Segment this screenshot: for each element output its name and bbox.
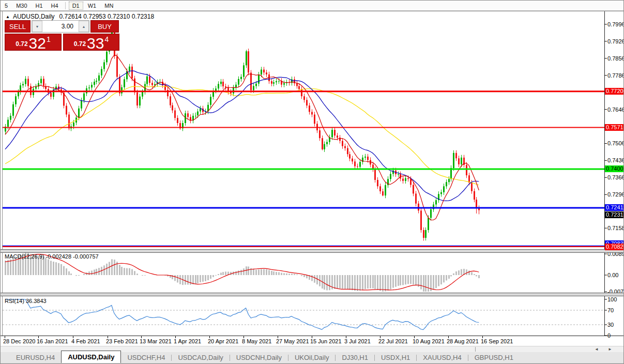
macd-label: MACD(12,26,9) -0.002428 -0.000757 [5,253,99,260]
sell-button[interactable]: SELL [5,20,31,33]
date-axis-label: 16 Jan 2021 [37,338,68,344]
buy-price-base: 0.72 [74,40,86,48]
tab-eurusd[interactable]: EURUSD,H4 [10,352,61,363]
volume-spinner: ▼ 3.00 ▲ [32,20,89,33]
one-click-trading-panel: SELL ▼ 3.00 ▲ BUY 0.72321 0.72334 [5,20,120,51]
timeframe-button-d1[interactable]: D1 [69,2,83,9]
chart-tab-bar: EURUSD,H4AUDUSD,DailyUSDCHF,H4USDCAD,Dai… [1,352,623,363]
price-level-badge: 0.75716 [605,124,624,131]
price-axis-tick: 0.71580 [607,225,624,231]
tab-usdcnh[interactable]: USDCNH,Daily [230,352,288,363]
tab-xauusd[interactable]: XAUUSD,H4 [417,352,467,363]
macd-axis-tick: 0.00 [607,272,618,278]
current-price-badge: 0.72318 [605,211,624,218]
tab-ukoil[interactable]: UKOil,Daily [288,352,335,363]
sell-price-base: 0.72 [16,40,27,48]
date-axis-label: 4 Feb 2021 [71,338,100,344]
buy-price[interactable]: 0.72334 [63,34,119,51]
date-axis-label: 1 Apr 2021 [174,338,201,344]
price-axis-tick: 0.75060 [607,140,624,146]
date-axis-label: 3 Jul 2021 [344,338,371,344]
date-axis-label: 20 Apr 2021 [208,338,238,344]
rsi-axis-tick: 100 [607,296,617,302]
macd-panel-resize-handle[interactable] [1,249,623,253]
date-axis-label: 28 Dec 2020 [3,338,35,344]
price-level-badge: 0.72411 [605,204,624,211]
date-axis-label: 15 Jun 2021 [310,338,342,344]
timeframe-button-h4[interactable]: H4 [48,2,62,9]
date-axis-label: 27 May 2021 [276,338,309,344]
rsi-panel-resize-handle[interactable] [1,293,623,296]
macd-signal-line [5,254,479,290]
timeframe-button-h1[interactable]: H1 [33,2,46,9]
price-axis-tick: 0.74360 [607,157,624,163]
timeframe-button-mn[interactable]: MN [101,2,116,9]
sell-price-big: 32 [29,36,46,50]
date-axis-label: 10 Aug 2021 [413,338,445,344]
buy-price-big: 33 [87,36,104,50]
price-axis-tick: 0.79960 [607,21,624,27]
tab-dj30[interactable]: DJ30,H1 [336,352,374,363]
tab-usdchf[interactable]: USDCHF,H4 [121,352,171,363]
chart-canvas [1,1,624,364]
date-axis-label: 16 Sep 2021 [481,338,513,344]
price-axis-tick: 0.79260 [607,38,624,44]
date-axis-label: 22 Jul 2021 [378,338,408,344]
arrow-up-icon: ▲ [82,25,86,28]
date-axis-label: 13 Mar 2021 [140,338,172,344]
volume-decrease-button[interactable]: ▼ [32,21,42,32]
price-axis-tick: 0.72960 [607,191,624,198]
sell-price[interactable]: 0.72321 [5,34,62,51]
chart-symbol-period: AUDUSD,Daily [13,13,55,20]
rsi-label: RSI(14) 36.3843 [5,298,47,304]
date-axis-label: 8 May 2021 [242,338,271,344]
timeframe-button-5[interactable]: 5 [2,2,11,9]
buy-button[interactable]: BUY [90,20,119,33]
toolbar-separator [65,2,66,9]
trading-platform-window: 5M30H1H4D1W1MN ▲AUDUSD,Daily0.72614 0.72… [0,0,624,364]
tab-strip-divider [475,347,476,352]
chart-ohlc-values: 0.72614 0.72953 0.72310 0.72318 [59,13,155,20]
volume-increase-button[interactable]: ▲ [79,21,89,32]
arrow-down-icon: ▼ [36,25,39,28]
chart-title: ▲AUDUSD,Daily0.72614 0.72953 0.72310 0.7… [6,13,154,20]
tab-scroll-left-icon[interactable]: ◄ [592,346,601,352]
price-level-badge: 0.70820 [605,244,624,250]
price-axis-tick: 0.73660 [607,174,624,180]
tab-gbpusd[interactable]: GBPUSD,H1 [468,352,520,363]
tab-usdx[interactable]: USDX,H1 [375,352,416,363]
rsi-line [5,299,479,330]
tab-usdcad[interactable]: USDCAD,Daily [172,352,229,363]
price-axis-tick: 0.77860 [607,72,624,79]
rsi-panel-bottom-border [1,336,623,336]
buy-price-pipette: 4 [104,35,109,43]
price-axis-tick: 0.76460 [607,107,624,113]
timeframe-toolbar: 5M30H1H4D1W1MN [1,1,623,11]
symbol-marker-icon: ▲ [6,14,10,19]
volume-input[interactable]: 3.00 [42,21,79,32]
price-axis-tick: 0.78560 [607,55,624,62]
tab-audusd[interactable]: AUDUSD,Daily [61,351,121,363]
date-axis-label: 28 Aug 2021 [447,338,479,344]
sell-price-pipette: 1 [47,35,51,43]
rsi-axis-tick: 70 [607,307,614,313]
rsi-axis-tick: 30 [607,322,614,328]
timeframe-button-w1[interactable]: W1 [85,2,100,9]
price-level-badge: 0.74007 [605,165,624,172]
timeframe-button-m30[interactable]: M30 [13,2,30,9]
tab-scroll-right-icon[interactable]: ► [605,346,615,352]
price-level-badge: 0.77200 [605,88,624,95]
date-axis-label: 23 Feb 2021 [106,338,138,344]
